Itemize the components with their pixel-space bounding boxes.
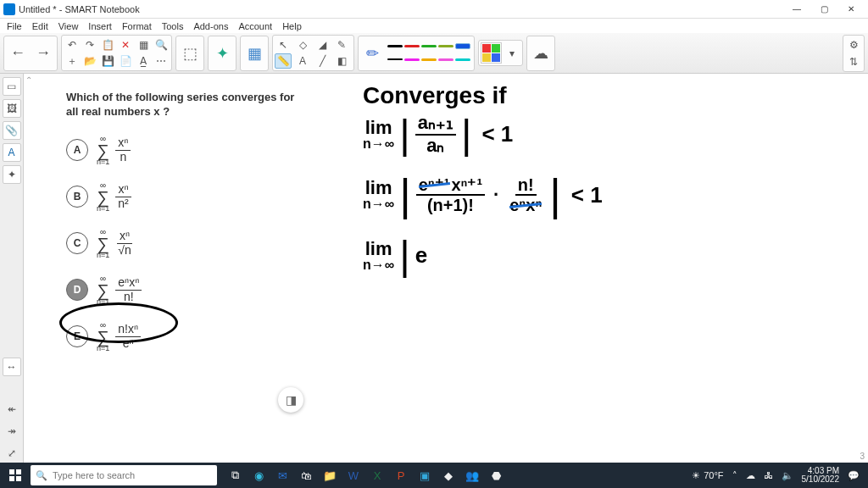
teams-icon[interactable]: 👥 (461, 465, 483, 485)
taskbar-search[interactable]: 🔍 Type here to search (31, 465, 217, 485)
menu-file[interactable]: File (2, 21, 27, 31)
open-button[interactable]: 📂 (81, 53, 98, 69)
app2-icon[interactable]: ⬣ (485, 465, 507, 485)
svg-rect-0 (9, 469, 14, 474)
volume-icon[interactable]: 🔈 (782, 470, 793, 481)
start-button[interactable] (3, 465, 27, 485)
new-page-button[interactable]: ＋ (64, 53, 81, 69)
gallery-button[interactable]: ▦ (242, 38, 266, 69)
app1-icon[interactable]: ◆ (437, 465, 459, 485)
redo-button[interactable]: ↷ (81, 37, 98, 53)
addon-button[interactable]: ✦ (210, 38, 234, 69)
search-icon: 🔍 (36, 470, 47, 481)
next-page-button[interactable]: → (31, 38, 55, 69)
option-d[interactable]: D ∞∑n=1 eⁿxⁿn! (66, 274, 303, 306)
eraser-tool[interactable]: ◧ (333, 53, 350, 69)
window-title: Untitled * - SMART Notebook (19, 4, 140, 14)
minimize-button[interactable]: — (783, 1, 810, 18)
side-expand[interactable]: ⤢ (3, 444, 21, 463)
excel-icon[interactable]: X (366, 465, 388, 485)
option-b-letter: B (66, 186, 88, 208)
scroll-marker-icon: ⌃ (25, 75, 32, 85)
floating-eraser-button[interactable]: ◨ (278, 387, 303, 413)
system-tray: ☀ 70°F ˄ ☁ 🖧 🔈 4:03 PM 5/10/2022 💬 (692, 467, 865, 485)
tray-chevron-icon[interactable]: ˄ (732, 470, 737, 481)
task-view-icon[interactable]: ⧉ (224, 465, 246, 485)
delete-button[interactable]: ✕ (117, 37, 134, 53)
onedrive-icon[interactable]: ☁ (746, 470, 755, 481)
edge-icon[interactable]: ◉ (248, 465, 270, 485)
pen-colors[interactable] (386, 39, 472, 68)
fill-tool[interactable]: ◢ (314, 37, 331, 53)
screen-capture-button[interactable]: ⬚ (178, 38, 202, 69)
weather-temp: 70°F (704, 470, 723, 480)
eraser-icon: ◨ (286, 393, 297, 407)
zoom-button[interactable]: 🔍 (153, 37, 170, 53)
tray-date[interactable]: 5/10/2022 (802, 475, 840, 485)
menu-format[interactable]: Format (117, 21, 157, 31)
notifications-icon[interactable]: 💬 (848, 470, 860, 481)
menu-addons[interactable]: Add-ons (188, 21, 233, 31)
menu-tools[interactable]: Tools (157, 21, 189, 31)
window-titlebar: Untitled * - SMART Notebook — ▢ ✕ (0, 0, 868, 19)
menu-edit[interactable]: Edit (27, 21, 53, 31)
magic-pen-tool[interactable]: ✎ (333, 37, 350, 53)
explorer-icon[interactable]: 📁 (319, 465, 341, 485)
shape-tool[interactable]: ◇ (294, 37, 311, 53)
doc-button[interactable]: 📄 (117, 53, 134, 69)
question-stem: Which of the following series converges … (66, 91, 303, 119)
table-button[interactable]: ▦ (135, 37, 152, 53)
select-tool[interactable]: ↖ (275, 37, 292, 53)
weather-widget[interactable]: ☀ 70°F (692, 470, 723, 481)
option-a-math: ∞∑n=1 xⁿn (97, 135, 131, 166)
option-d-math: ∞∑n=1 eⁿxⁿn! (97, 274, 142, 306)
option-b-math: ∞∑n=1 xⁿn² (97, 181, 131, 213)
more-button[interactable]: ⋯ (153, 53, 170, 69)
word-icon[interactable]: W (342, 465, 364, 485)
handwriting-area: Converges if lim n→∞ | aₙ₊₁ aₙ | < 1 lim… (363, 82, 603, 279)
attachments-tab[interactable]: 📎 (3, 121, 21, 140)
addons-tab[interactable]: ✦ (3, 165, 21, 184)
option-b[interactable]: B ∞∑n=1 xⁿn² (66, 181, 303, 213)
option-c-math: ∞∑n=1 xⁿ√n (97, 228, 134, 259)
color-picker[interactable] (481, 42, 502, 64)
windows-taskbar: 🔍 Type here to search ⧉ ◉ ✉ 🛍 📁 W X P ▣ … (0, 463, 868, 488)
maximize-button[interactable]: ▢ (810, 1, 837, 18)
prev-page-button[interactable]: ← (6, 38, 30, 69)
pen-tool[interactable]: ✏ (360, 38, 384, 69)
option-a[interactable]: A ∞∑n=1 xⁿn (66, 135, 303, 166)
side-next[interactable]: ↠ (3, 422, 21, 441)
settings-gear-icon[interactable]: ⚙ (845, 37, 862, 53)
line-tool[interactable]: ╱ (314, 53, 331, 69)
canvas[interactable]: ⌃ Which of the following series converge… (24, 74, 868, 463)
outlook-icon[interactable]: ✉ (271, 465, 293, 485)
page-number: 3 (860, 452, 865, 461)
response-tool[interactable]: ☁ (529, 38, 553, 69)
menu-account[interactable]: Account (233, 21, 277, 31)
menu-help[interactable]: Help (277, 21, 307, 31)
toolbar-move-icon[interactable]: ⇅ (845, 54, 862, 69)
option-c[interactable]: C ∞∑n=1 xⁿ√n (66, 228, 303, 259)
gallery-tab[interactable]: 🖼 (3, 99, 21, 118)
close-button[interactable]: ✕ (837, 1, 865, 18)
menu-insert[interactable]: Insert (83, 21, 117, 31)
workspace: ▭ 🖼 📎 A ✦ ↔ ↞ ↠ ⤢ ⌃ Which of the followi… (0, 74, 868, 463)
annotation-circle (59, 302, 178, 343)
menu-view[interactable]: View (53, 21, 84, 31)
color-dropper[interactable]: ▾ (504, 46, 520, 61)
properties-tab[interactable]: A (3, 143, 21, 162)
network-icon[interactable]: 🖧 (764, 470, 773, 480)
page-sorter-tab[interactable]: ▭ (3, 77, 21, 96)
side-prev[interactable]: ↞ (3, 400, 21, 419)
smart-icon[interactable]: ▣ (414, 465, 436, 485)
paste-button[interactable]: 📋 (99, 37, 116, 53)
side-resize[interactable]: ↔ (3, 358, 21, 376)
store-icon[interactable]: 🛍 (295, 465, 317, 485)
ppt-icon[interactable]: P (390, 465, 412, 485)
ruler-tool[interactable]: 📏 (275, 53, 292, 69)
save-button[interactable]: 💾 (99, 53, 116, 69)
undo-button[interactable]: ↶ (64, 37, 81, 53)
text-style-button[interactable]: A̲ (135, 53, 152, 69)
text-tool[interactable]: A (294, 53, 311, 69)
hw-line1: Converges if (363, 82, 603, 109)
